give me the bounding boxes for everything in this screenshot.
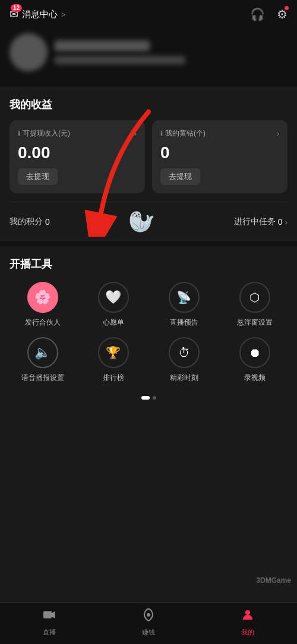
wishlist-icon-wrap: 🤍 (98, 282, 129, 313)
highlights-icon: ⏱ (178, 346, 190, 360)
tool-record-video[interactable]: ⏺ 录视频 (222, 337, 287, 383)
separator-1 (0, 82, 297, 87)
nav-mine-icon (241, 608, 255, 626)
svg-point-4 (245, 610, 250, 615)
diamond-card[interactable]: ℹ 我的黄钻(个) › 0 去提现 (152, 120, 287, 193)
tools-title: 开播工具 (10, 257, 287, 271)
message-center-arrow: > (61, 10, 66, 19)
ranking-icon-wrap: 🏆 (98, 337, 129, 368)
points-value: 0 (45, 217, 50, 227)
tool-publisher[interactable]: 🌸 发行合伙人 (10, 282, 75, 328)
tool-highlights[interactable]: ⏱ 精彩时刻 (151, 337, 217, 383)
info-icon: ℹ (18, 130, 20, 137)
diamond-info-icon: ℹ (160, 130, 163, 137)
earnings-title: 我的收益 (10, 98, 287, 112)
profile-info (55, 40, 287, 64)
live-notice-icon-wrap: 📡 (169, 282, 200, 313)
nav-earn[interactable]: 赚钱 (99, 608, 198, 637)
headphone-icon[interactable]: 🎧 (250, 7, 265, 21)
points-item[interactable]: 我的积分 0 (10, 216, 50, 227)
separator-2 (0, 241, 297, 246)
live-notice-icon: 📡 (176, 290, 191, 304)
diamond-value: 0 (160, 143, 279, 162)
nav-mine[interactable]: 我的 (198, 608, 297, 637)
settings-icon[interactable]: ⚙ (277, 7, 287, 21)
highlights-icon-wrap: ⏱ (169, 337, 200, 368)
wishlist-icon: 🤍 (105, 290, 121, 305)
tasks-label: 进行中任务 (234, 216, 276, 227)
tool-float-window[interactable]: ⬡ 悬浮窗设置 (222, 282, 287, 328)
ranking-icon: 🏆 (106, 345, 121, 360)
tools-section: 开播工具 🌸 发行合伙人 🤍 心愿单 📡 直播预告 (0, 246, 297, 415)
float-window-icon: ⬡ (249, 290, 260, 304)
nav-live-icon (42, 608, 56, 626)
earnings-cards: ℹ 可提现收入(元) › 0.00 去提现 ℹ 我的黄钻(个) › 0 去提现 (10, 120, 287, 193)
withdrawable-btn[interactable]: 去提现 (18, 168, 58, 185)
watermark: 3DMGame (256, 576, 291, 585)
nav-earn-label: 赚钱 (142, 628, 155, 637)
header: ✉ 12 消息中心 > 🎧 ⚙ (0, 0, 297, 26)
dot-2 (153, 396, 156, 400)
live-notice-label: 直播预告 (170, 318, 198, 328)
profile-subtitle (55, 56, 185, 64)
avatar[interactable] (10, 33, 48, 71)
seal-mascot: 🦭 (50, 209, 234, 234)
header-left: ✉ 12 消息中心 > (10, 8, 66, 21)
ranking-label: 排行榜 (103, 373, 124, 383)
withdrawable-value: 0.00 (18, 143, 137, 162)
bottom-nav: 直播 赚钱 我的 (0, 602, 297, 644)
profile-area (0, 26, 297, 82)
tool-wishlist[interactable]: 🤍 心愿单 (80, 282, 146, 328)
tool-voice-announce[interactable]: 🔈 语音播报设置 (10, 337, 75, 383)
diamond-label: 我的黄钻(个) (165, 128, 206, 139)
diamond-arrow: › (277, 130, 279, 138)
withdrawable-card[interactable]: ℹ 可提现收入(元) › 0.00 去提现 (10, 120, 145, 193)
earnings-section: 我的收益 ℹ 可提现收入(元) › 0.00 去提现 ℹ 我的黄钻(个) › 0 (0, 87, 297, 241)
tasks-value: 0 (278, 217, 283, 227)
tasks-item[interactable]: 进行中任务 0 › (234, 216, 287, 227)
tool-ranking[interactable]: 🏆 排行榜 (80, 337, 146, 383)
message-center-label[interactable]: 消息中心 (22, 9, 58, 20)
settings-dot (285, 6, 289, 10)
record-video-icon-wrap: ⏺ (239, 337, 270, 368)
publisher-icon: 🌸 (34, 290, 50, 305)
svg-marker-2 (52, 611, 55, 618)
badge-wrap: ✉ 12 (10, 8, 18, 21)
publisher-label: 发行合伙人 (25, 318, 61, 328)
highlights-label: 精彩时刻 (170, 373, 198, 383)
publisher-icon-wrap: 🌸 (27, 282, 58, 313)
page-dots (10, 392, 287, 409)
withdrawable-label: 可提现收入(元) (23, 128, 70, 139)
withdrawable-label-row: ℹ 可提现收入(元) › (18, 128, 137, 139)
record-video-label: 录视频 (244, 373, 266, 383)
svg-rect-1 (43, 611, 52, 618)
nav-live[interactable]: 直播 (0, 608, 99, 637)
nav-live-label: 直播 (43, 628, 56, 637)
tool-live-notice[interactable]: 📡 直播预告 (151, 282, 217, 328)
voice-announce-icon: 🔈 (34, 345, 50, 360)
float-window-label: 悬浮窗设置 (237, 318, 273, 328)
dot-1 (141, 396, 150, 400)
points-row: 我的积分 0 🦭 进行中任务 0 › (10, 202, 287, 241)
diamond-btn[interactable]: 去提现 (160, 168, 200, 185)
diamond-label-row: ℹ 我的黄钻(个) › (160, 128, 279, 139)
voice-announce-label: 语音播报设置 (21, 373, 64, 383)
svg-point-3 (147, 613, 150, 617)
float-window-icon-wrap: ⬡ (239, 282, 270, 313)
record-video-icon: ⏺ (249, 346, 261, 360)
header-right: 🎧 ⚙ (250, 7, 287, 21)
withdrawable-arrow: › (134, 130, 137, 138)
nav-mine-label: 我的 (241, 628, 254, 637)
notification-badge: 12 (11, 4, 22, 12)
tools-grid: 🌸 发行合伙人 🤍 心愿单 📡 直播预告 ⬡ 悬浮窗设 (10, 282, 287, 383)
seal-icon: 🦭 (128, 209, 155, 234)
nav-earn-icon (141, 608, 156, 626)
tasks-arrow: › (285, 218, 287, 227)
wishlist-label: 心愿单 (103, 318, 124, 328)
points-label: 我的积分 (10, 216, 43, 227)
profile-name (55, 40, 150, 51)
voice-announce-icon-wrap: 🔈 (27, 337, 58, 368)
